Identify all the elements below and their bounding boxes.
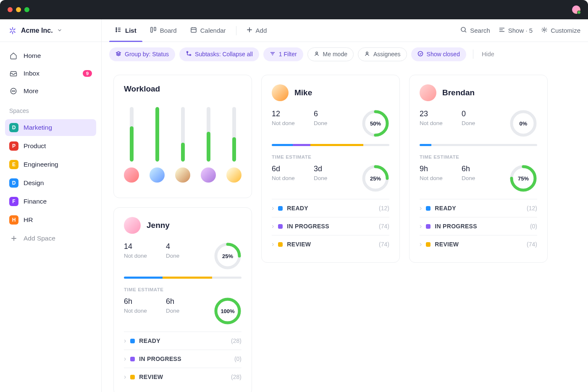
svg-point-3 (14, 91, 15, 91)
status-row-review[interactable]: › REVIEW (74) (272, 235, 389, 253)
section-label: TIME ESTIMATE (124, 287, 242, 292)
calendar-icon (190, 26, 197, 34)
nav-home[interactable]: Home (5, 48, 96, 64)
show-closed-pill[interactable]: Show closed (411, 47, 466, 61)
workload-bar[interactable] (175, 107, 190, 183)
divider (236, 26, 236, 35)
group-by-pill[interactable]: Group by: Status (109, 47, 175, 61)
time-donut: 25% (362, 165, 389, 192)
space-finance[interactable]: F Finance (5, 193, 96, 210)
spaces-heading: Spaces (5, 101, 96, 118)
tasks-done-value: 0 (462, 110, 495, 118)
status-count: (74) (379, 223, 389, 230)
hide-button[interactable]: Hide (482, 51, 494, 57)
add-space-button[interactable]: Add Space (5, 230, 96, 247)
workload-bar[interactable] (201, 107, 216, 183)
person-name: Brendan (442, 88, 475, 97)
chevron-right-icon: › (124, 373, 126, 381)
status-color-icon (426, 224, 430, 229)
donut-percent: 0% (520, 120, 528, 127)
customize-button[interactable]: Customize (541, 26, 580, 34)
avatar[interactable] (420, 84, 436, 101)
donut-percent: 25% (370, 175, 381, 182)
tasks-not-done-value: 14 (124, 242, 158, 251)
status-name: READY (139, 337, 160, 344)
search-icon (460, 26, 467, 34)
avatar[interactable] (272, 84, 289, 101)
space-label: Marketing (24, 124, 52, 131)
workload-card: Workload (113, 75, 252, 198)
section-label: TIME ESTIMATE (272, 154, 389, 159)
search-button[interactable]: Search (460, 26, 490, 34)
space-icon: F (9, 197, 18, 206)
status-name: REVIEW (435, 241, 459, 248)
svg-point-5 (116, 29, 117, 30)
nav-label: Inbox (24, 70, 39, 77)
chevron-right-icon: › (420, 204, 422, 212)
maximize-window-icon[interactable] (24, 7, 29, 12)
chevron-right-icon: › (124, 355, 126, 363)
me-mode-pill[interactable]: Me mode (307, 47, 354, 61)
subtasks-pill[interactable]: Subtasks: Collapse all (179, 47, 259, 61)
stat-label: Not done (124, 308, 158, 314)
status-row-ready[interactable]: › READY (12) (420, 199, 537, 217)
chevron-right-icon: › (272, 204, 274, 212)
view-tab-calendar[interactable]: Calendar (184, 19, 232, 42)
avatar (150, 167, 165, 183)
space-label: Design (24, 179, 44, 187)
tab-label: Calendar (200, 27, 226, 34)
person-icon (364, 51, 370, 58)
stat-label: Done (314, 175, 347, 181)
time-donut: 75% (509, 165, 537, 192)
person-name: Jenny (147, 221, 170, 230)
current-user-avatar[interactable] (572, 5, 580, 14)
workload-bar[interactable] (124, 107, 139, 183)
workload-bar[interactable] (226, 107, 242, 183)
close-window-icon[interactable] (8, 7, 13, 12)
window-controls[interactable] (8, 7, 29, 12)
main-content: List Board Calendar Add (102, 19, 588, 392)
status-count: (12) (527, 205, 537, 212)
time-not-done-value: 9h (420, 165, 453, 173)
card-title: Workload (124, 84, 242, 94)
space-marketing[interactable]: D Marketing (5, 119, 96, 136)
status-row-review[interactable]: › REVIEW (74) (420, 235, 537, 253)
minimize-window-icon[interactable] (16, 7, 21, 12)
workspace-switcher[interactable]: Acme Inc. (0, 19, 101, 42)
status-row-in-progress[interactable]: › IN PROGRESS (0) (420, 217, 537, 235)
tab-label: Board (160, 27, 177, 34)
status-row-in-progress[interactable]: › IN PROGRESS (0) (124, 350, 242, 368)
show-columns-button[interactable]: Show · 5 (499, 26, 533, 34)
workspace-name: Acme Inc. (21, 27, 53, 34)
nav-more[interactable]: More (5, 83, 96, 99)
status-color-icon (130, 339, 135, 343)
nav-inbox[interactable]: Inbox 9 (5, 65, 96, 81)
status-row-review[interactable]: › REVIEW (28) (124, 368, 242, 386)
status-color-icon (426, 206, 430, 211)
customize-label: Customize (551, 27, 580, 34)
board-icon (150, 26, 157, 34)
view-tab-board[interactable]: Board (144, 19, 183, 42)
space-engineering[interactable]: E Engineering (5, 156, 96, 173)
section-label: TIME ESTIMATE (420, 154, 537, 159)
avatar (226, 167, 242, 183)
status-count: (28) (231, 337, 242, 344)
workload-bar[interactable] (150, 107, 165, 183)
status-row-in-progress[interactable]: › IN PROGRESS (74) (272, 217, 389, 235)
filter-pill[interactable]: 1 Filter (263, 47, 303, 61)
view-tab-list[interactable]: List (109, 19, 142, 42)
status-row-ready[interactable]: › READY (28) (124, 332, 242, 350)
avatar[interactable] (124, 217, 141, 234)
status-row-ready[interactable]: › READY (12) (272, 199, 389, 217)
space-product[interactable]: P Product (5, 138, 96, 154)
space-design[interactable]: D Design (5, 175, 96, 191)
chevron-right-icon: › (272, 240, 274, 248)
assignees-pill[interactable]: Assignees (358, 47, 407, 61)
space-hr[interactable]: H HR (5, 212, 96, 228)
stat-label: Done (462, 175, 495, 181)
add-view-button[interactable]: Add (241, 19, 273, 42)
status-color-icon (278, 242, 283, 247)
status-count: (74) (527, 241, 537, 248)
view-tabs-bar: List Board Calendar Add (102, 19, 588, 42)
space-icon: P (9, 141, 18, 151)
